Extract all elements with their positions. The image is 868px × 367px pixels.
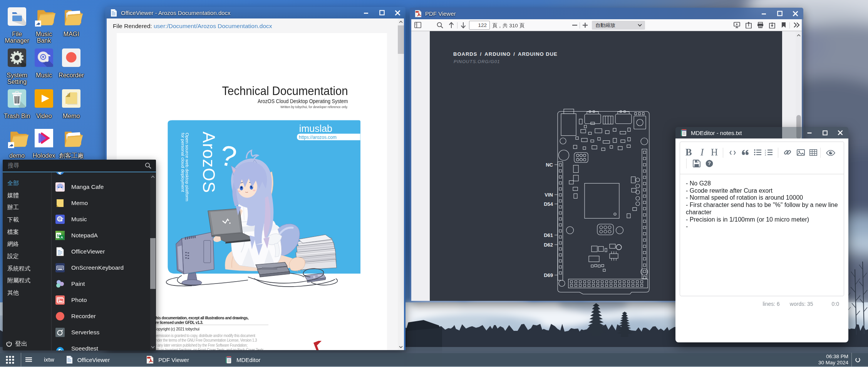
svg-text:ao. o: ao. o xyxy=(302,347,336,350)
svg-text:NC: NC xyxy=(546,162,553,168)
svg-text:https://arozos.com: https://arozos.com xyxy=(299,135,337,140)
svg-text:PINOUTS.ORG/G01: PINOUTS.ORG/G01 xyxy=(454,59,500,64)
svg-text:for personal cloud deployment: for personal cloud deployment xyxy=(181,133,185,192)
svg-text:imuslab: imuslab xyxy=(299,123,332,134)
svg-text:D69: D69 xyxy=(544,272,553,278)
svg-text:?: ? xyxy=(708,160,711,166)
svg-text:VIN: VIN xyxy=(545,192,553,198)
svg-text:A: A xyxy=(60,235,63,239)
svg-text:D54: D54 xyxy=(544,201,553,207)
svg-text:3: 3 xyxy=(765,153,766,156)
svg-text:BOARDS / ARDUINO / ARDUINO: BOARDS / ARDUINO / ARDUINO DUE xyxy=(453,51,558,57)
svg-text:D61: D61 xyxy=(544,232,553,238)
svg-text:N: N xyxy=(57,234,60,238)
svg-text:D62: D62 xyxy=(544,242,553,248)
svg-text:ArozOS: ArozOS xyxy=(199,132,218,193)
